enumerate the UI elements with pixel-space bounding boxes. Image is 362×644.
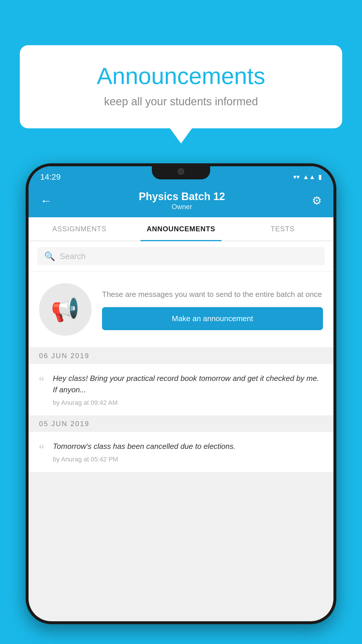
announcement-item-2[interactable]: “ Tomorrow's class has been cancelled du… [29, 432, 333, 472]
announcement-item-1[interactable]: “ Hey class! Bring your practical record… [29, 364, 333, 416]
announcement-content-1: Hey class! Bring your practical record b… [53, 373, 323, 407]
content-area: 🔍 Search 📢 These are messages you want t… [29, 241, 333, 472]
front-camera [178, 168, 184, 175]
header-title: Physics Batch 12 [139, 190, 225, 203]
quote-icon-1: “ [39, 374, 44, 390]
search-placeholder: Search [60, 252, 86, 261]
announcement-meta-1: by Anurag at 09:42 AM [53, 399, 323, 407]
header-title-block: Physics Batch 12 Owner [139, 190, 225, 211]
app-header: ← Physics Batch 12 Owner ⚙ [29, 185, 333, 217]
announcement-meta-2: by Anurag at 05:42 PM [53, 456, 323, 463]
settings-icon[interactable]: ⚙ [312, 194, 322, 207]
header-subtitle: Owner [139, 203, 225, 211]
status-time: 14:29 [40, 172, 61, 182]
tab-assignments[interactable]: ASSIGNMENTS [29, 217, 130, 241]
search-bar: 🔍 Search [29, 241, 333, 272]
announcement-icon-circle: 📢 [39, 283, 92, 336]
search-icon: 🔍 [44, 251, 55, 261]
search-input-wrapper[interactable]: 🔍 Search [37, 247, 325, 265]
status-icons: ▾▾ ▲▲ ▮ [293, 173, 322, 181]
phone-mockup: 14:29 ▾▾ ▲▲ ▮ ← Physics Batch 12 Owner ⚙ [26, 163, 336, 624]
phone-notch [152, 163, 210, 179]
announcement-description: These are messages you want to send to t… [102, 289, 323, 300]
speech-bubble: Announcements keep all your students inf… [20, 45, 342, 128]
tab-tests[interactable]: TESTS [232, 217, 333, 241]
date-divider-2: 05 JUN 2019 [29, 416, 333, 432]
announcement-prompt: 📢 These are messages you want to send to… [29, 272, 333, 348]
phone-screen: 14:29 ▾▾ ▲▲ ▮ ← Physics Batch 12 Owner ⚙ [29, 166, 333, 621]
announcement-right: These are messages you want to send to t… [102, 289, 323, 330]
bubble-subtitle: keep all your students informed [43, 95, 319, 108]
announcement-text-2: Tomorrow's class has been cancelled due … [53, 441, 323, 452]
megaphone-icon: 📢 [51, 296, 80, 323]
signal-icon: ▲▲ [303, 173, 315, 181]
announcement-content-2: Tomorrow's class has been cancelled due … [53, 441, 323, 463]
bubble-title: Announcements [43, 63, 319, 90]
make-announcement-button[interactable]: Make an announcement [102, 307, 323, 330]
back-button[interactable]: ← [40, 194, 52, 207]
battery-icon: ▮ [318, 173, 322, 181]
tabs-bar: ASSIGNMENTS ANNOUNCEMENTS TESTS [29, 217, 333, 241]
date-divider-1: 06 JUN 2019 [29, 348, 333, 364]
wifi-icon: ▾▾ [293, 173, 300, 181]
quote-icon-2: “ [39, 442, 44, 458]
announcement-text-1: Hey class! Bring your practical record b… [53, 373, 323, 396]
speech-bubble-card: Announcements keep all your students inf… [20, 45, 342, 128]
tab-announcements[interactable]: ANNOUNCEMENTS [130, 217, 232, 241]
phone-frame: 14:29 ▾▾ ▲▲ ▮ ← Physics Batch 12 Owner ⚙ [26, 163, 336, 624]
